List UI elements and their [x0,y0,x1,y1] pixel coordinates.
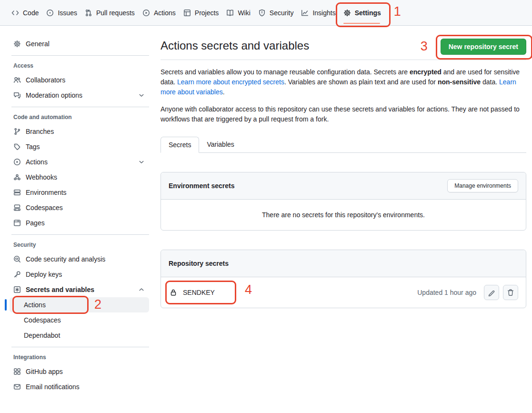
tab-secrets[interactable]: Secrets [161,137,199,153]
annotation-digit-3: 3 [421,39,428,53]
environment-secrets-empty-text: There are no secrets for this repository… [161,200,526,230]
sidebar-item-email-notifications[interactable]: Email notifications [10,379,149,394]
sidebar-item-label: Deploy keys [26,271,62,278]
sidebar-divider [11,55,149,56]
tab-label: Security [270,9,294,17]
page-title: Actions secrets and variables [161,38,309,53]
people-icon [13,76,21,84]
sidebar-item-label: Collaborators [26,76,65,84]
sidebar-item-label: Branches [26,128,54,135]
sidebar-divider [11,234,149,235]
tab-label: Actions [154,9,176,17]
sidebar-item-label: Email notifications [26,383,80,391]
sidebar-item-collaborators[interactable]: Collaborators [10,72,149,88]
sidebar-item-label: Pages [26,219,45,227]
git-pull-request-icon [85,9,92,17]
tab-code[interactable]: Code [8,5,42,20]
asterisk-box-icon [13,286,21,293]
tab-label: Projects [195,9,219,17]
sidebar-item-general[interactable]: General [10,36,149,51]
tab-insights[interactable]: Insights [297,5,339,20]
tab-label: Settings [355,9,381,17]
sidebar-item-label: Tags [26,143,40,151]
sidebar-subitem-actions[interactable]: Actions 2 [10,297,149,312]
sidebar-section-code-automation: Code and automation [10,114,149,121]
sidebar-section-access: Access [10,62,149,69]
sidebar-item-label: Actions [24,301,46,309]
new-repository-secret-button[interactable]: New repository secret [441,39,526,55]
sidebar-item-label: Codespaces [26,204,63,212]
sidebar-section-integrations: Integrations [10,354,149,361]
pencil-icon [488,289,495,296]
tab-security[interactable]: Security [254,5,298,20]
delete-secret-button[interactable] [503,285,518,300]
sidebar-item-label: Environments [26,189,67,196]
link-encrypted-secrets[interactable]: Learn more about encrypted secrets [177,78,284,86]
page-header: Actions secrets and variables New reposi… [161,38,526,60]
comment-discussion-icon [13,91,21,99]
play-icon [142,9,150,17]
key-icon [13,271,21,278]
codespaces-icon [13,204,21,212]
issue-opened-icon [46,9,54,17]
fork-access-paragraph: Anyone with collaborator access to this … [161,104,526,124]
sidebar-divider [11,347,149,347]
trash-icon [507,289,514,296]
tab-label: Pull requests [96,9,135,17]
sidebar-item-webhooks[interactable]: Webhooks [10,170,149,185]
sidebar-section-security: Security [10,242,149,248]
tab-actions[interactable]: Actions [139,5,180,20]
edit-secret-button[interactable] [484,285,499,300]
environment-secrets-header: Environment secrets Manage environments [161,172,526,200]
sidebar-divider [11,107,149,107]
environment-secrets-box: Environment secrets Manage environments … [161,172,526,231]
tab-variables[interactable]: Variables [199,137,241,152]
tab-label: Code [23,9,39,17]
sidebar-item-tags[interactable]: Tags [10,139,149,154]
sidebar-subitem-codespaces[interactable]: Codespaces [10,312,149,328]
secret-name: SENDKEY [183,289,215,296]
sidebar-item-label: Actions [26,158,48,166]
sidebar-item-codespaces[interactable]: Codespaces [10,200,149,215]
lock-icon [170,289,177,296]
browser-icon [13,219,21,227]
annotation-digit-2: 2 [94,297,101,312]
shield-icon [258,9,266,17]
settings-sidebar: General Access Collaborators Moderation … [0,26,161,394]
tab-pull-requests[interactable]: Pull requests [81,5,139,20]
gear-icon [13,40,21,48]
repository-secrets-header: Repository secrets [161,250,526,277]
sidebar-item-label: General [26,40,50,48]
secrets-variables-tabnav: Secrets Variables [161,137,526,153]
sidebar-item-github-apps[interactable]: GitHub apps [10,364,149,379]
graph-icon [301,9,309,17]
sidebar-item-label: Secrets and variables [26,286,94,293]
tab-projects[interactable]: Projects [180,5,223,20]
tab-settings[interactable]: Settings 1 [340,5,385,20]
sidebar-item-pages[interactable]: Pages [10,215,149,231]
tab-wiki[interactable]: Wiki [222,5,254,20]
sidebar-item-secrets-and-variables[interactable]: Secrets and variables [10,282,149,297]
annotation-digit-1: 1 [394,4,401,19]
sidebar-subitem-dependabot[interactable]: Dependabot [10,328,149,343]
secret-name-cell: SENDKEY 4 [169,285,215,300]
sidebar-item-deploy-keys[interactable]: Deploy keys [10,267,149,282]
sidebar-item-actions[interactable]: Actions [10,154,149,170]
server-icon [13,189,21,196]
sidebar-item-label: Webhooks [26,173,57,181]
tab-issues[interactable]: Issues [42,5,80,20]
annotation-digit-4: 4 [245,282,252,297]
sidebar-item-branches[interactable]: Branches [10,124,149,139]
intro-paragraph: Secrets and variables allow you to manag… [161,67,526,97]
manage-environments-button[interactable]: Manage environments [447,179,518,192]
tab-label: Issues [58,9,77,17]
codescan-icon [13,255,21,263]
sidebar-item-environments[interactable]: Environments [10,185,149,200]
code-icon [11,9,19,17]
sidebar-item-code-security[interactable]: Code security and analysis [10,252,149,267]
repository-secrets-box: Repository secrets SENDKEY 4 Updated 1 h… [161,250,526,308]
sidebar-item-moderation-options[interactable]: Moderation options [10,88,149,103]
chevron-down-icon [138,158,145,166]
tab-label: Insights [312,9,335,17]
play-icon [13,158,21,166]
